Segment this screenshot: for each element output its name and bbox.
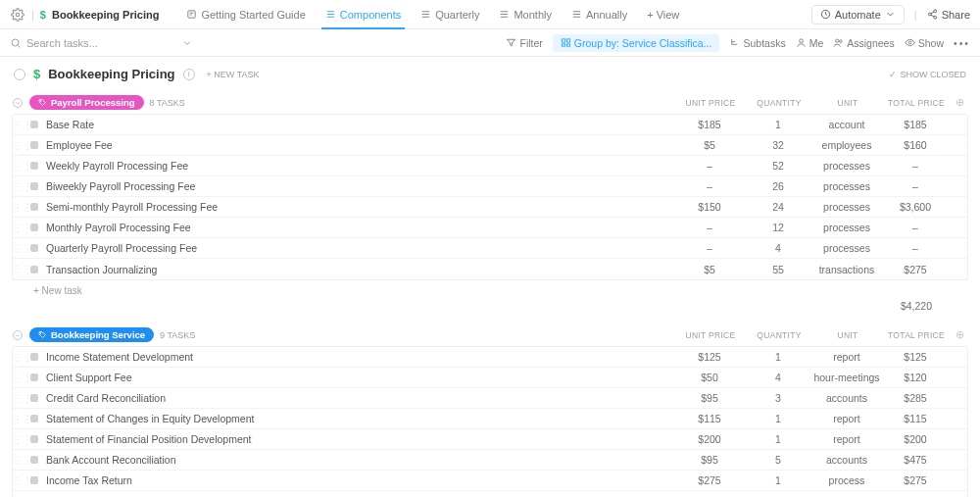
drag-handle-icon[interactable]: ⋮⋮ bbox=[13, 223, 30, 233]
status-square[interactable] bbox=[30, 266, 38, 273]
status-square[interactable] bbox=[30, 162, 38, 170]
total-price-cell[interactable]: – bbox=[881, 222, 950, 233]
new-task-row[interactable]: + New task bbox=[12, 280, 968, 298]
unit-price-cell[interactable]: – bbox=[675, 160, 744, 172]
group-by-button[interactable]: Group by: Service Classifica... bbox=[553, 34, 720, 52]
unit-cell[interactable]: report bbox=[812, 433, 881, 445]
status-square[interactable] bbox=[30, 141, 38, 149]
unit-cell[interactable]: transactions bbox=[812, 264, 881, 275]
breadcrumb[interactable]: Bookkeeping Pricing bbox=[52, 9, 159, 21]
task-row[interactable]: ⋮⋮ Weekly Payroll Processing Fee – 52 pr… bbox=[13, 156, 967, 176]
quantity-cell[interactable]: 52 bbox=[744, 160, 812, 172]
status-square[interactable] bbox=[30, 203, 38, 211]
column-header[interactable]: UNIT bbox=[813, 330, 882, 340]
collapse-all-icon[interactable] bbox=[14, 69, 25, 80]
column-header[interactable]: UNIT PRICE bbox=[676, 330, 745, 340]
drag-handle-icon[interactable]: ⋮⋮ bbox=[13, 455, 30, 466]
drag-handle-icon[interactable]: ⋮⋮ bbox=[13, 181, 30, 192]
total-price-cell[interactable]: $285 bbox=[881, 392, 950, 404]
total-price-cell[interactable]: $185 bbox=[881, 119, 950, 130]
task-row[interactable]: ⋮⋮ Quarterly Payroll Processing Fee – 4 … bbox=[13, 238, 967, 259]
unit-cell[interactable]: processes bbox=[812, 201, 881, 213]
tab-annually[interactable]: Annually bbox=[562, 0, 637, 29]
search-input[interactable]: Search tasks... bbox=[10, 37, 193, 49]
drag-handle-icon[interactable]: ⋮⋮ bbox=[13, 120, 30, 130]
status-square[interactable] bbox=[30, 476, 38, 484]
drag-handle-icon[interactable]: ⋮⋮ bbox=[13, 243, 30, 254]
add-column[interactable]: ⊕ bbox=[951, 96, 968, 109]
task-name[interactable]: Income Tax Return bbox=[46, 474, 675, 486]
unit-price-cell[interactable]: – bbox=[675, 242, 744, 254]
task-name[interactable]: Client Support Fee bbox=[46, 372, 675, 383]
drag-handle-icon[interactable]: ⋮⋮ bbox=[13, 475, 30, 486]
task-name[interactable]: Base Rate bbox=[46, 119, 675, 130]
task-name[interactable]: Employee Fee bbox=[46, 139, 675, 151]
total-price-cell[interactable]: – bbox=[881, 160, 950, 172]
status-square[interactable] bbox=[30, 244, 38, 252]
assignees-button[interactable]: Assignees bbox=[833, 37, 894, 49]
unit-cell[interactable]: processes bbox=[812, 242, 881, 254]
total-price-cell[interactable]: $475 bbox=[881, 454, 950, 466]
unit-price-cell[interactable]: $95 bbox=[675, 454, 744, 466]
quantity-cell[interactable]: 3 bbox=[744, 392, 812, 404]
task-name[interactable]: Semi-monthly Payroll Processing Fee bbox=[46, 201, 675, 213]
unit-price-cell[interactable]: $200 bbox=[675, 433, 744, 445]
unit-cell[interactable]: report bbox=[812, 351, 881, 363]
unit-cell[interactable]: report bbox=[812, 413, 881, 424]
unit-cell[interactable]: process bbox=[812, 474, 881, 486]
task-name[interactable]: Weekly Payroll Processing Fee bbox=[46, 160, 675, 172]
task-row[interactable]: ⋮⋮ Income Tax Return $275 1 process $275 bbox=[13, 471, 967, 491]
status-square[interactable] bbox=[30, 435, 38, 443]
task-name[interactable]: Credit Card Reconciliation bbox=[46, 392, 675, 404]
unit-price-cell[interactable]: $5 bbox=[675, 139, 744, 151]
total-price-cell[interactable]: – bbox=[881, 242, 950, 254]
total-price-cell[interactable]: $275 bbox=[881, 474, 950, 486]
show-button[interactable]: Show bbox=[905, 37, 944, 49]
drag-handle-icon[interactable]: ⋮⋮ bbox=[13, 161, 30, 172]
unit-cell[interactable]: accounts bbox=[812, 392, 881, 404]
task-row[interactable]: ⋮⋮ Statement of Financial Position Devel… bbox=[13, 429, 967, 450]
unit-price-cell[interactable]: $125 bbox=[675, 351, 744, 363]
tab-monthly[interactable]: Monthly bbox=[489, 0, 562, 29]
drag-handle-icon[interactable]: ⋮⋮ bbox=[13, 414, 30, 424]
total-price-cell[interactable]: $3,600 bbox=[881, 201, 950, 213]
task-row[interactable]: ⋮⋮ Base Rate $185 1 account $185 bbox=[13, 115, 967, 135]
filter-button[interactable]: Filter bbox=[506, 37, 542, 49]
unit-cell[interactable]: account bbox=[812, 119, 881, 130]
unit-cell[interactable]: employees bbox=[812, 139, 881, 151]
new-task-button[interactable]: + NEW TASK bbox=[207, 70, 260, 79]
unit-price-cell[interactable]: $95 bbox=[675, 392, 744, 404]
unit-price-cell[interactable]: $275 bbox=[675, 474, 744, 486]
unit-price-cell[interactable]: $50 bbox=[675, 372, 744, 383]
task-name[interactable]: Quarterly Payroll Processing Fee bbox=[46, 242, 675, 254]
drag-handle-icon[interactable]: ⋮⋮ bbox=[13, 140, 30, 151]
quantity-cell[interactable]: 5 bbox=[744, 454, 812, 466]
task-row[interactable]: ⋮⋮ Client Support Fee $50 4 hour-meeting… bbox=[13, 368, 967, 388]
drag-handle-icon[interactable]: ⋮⋮ bbox=[13, 202, 30, 213]
me-button[interactable]: Me bbox=[796, 37, 824, 49]
tab-components[interactable]: Components bbox=[316, 0, 411, 29]
more-options[interactable]: ••• bbox=[954, 37, 970, 49]
automate-button[interactable]: Automate bbox=[811, 5, 905, 25]
task-row[interactable]: ⋮⋮ Bank Account Reconciliation $95 5 acc… bbox=[13, 450, 967, 471]
quantity-cell[interactable]: 4 bbox=[744, 242, 812, 254]
quantity-cell[interactable]: 26 bbox=[744, 180, 812, 192]
task-name[interactable]: Statement of Financial Position Developm… bbox=[46, 433, 675, 445]
drag-handle-icon[interactable]: ⋮⋮ bbox=[13, 393, 30, 404]
task-name[interactable]: Monthly Payroll Processing Fee bbox=[46, 222, 675, 233]
quantity-cell[interactable]: 1 bbox=[744, 119, 812, 130]
unit-cell[interactable]: hour-meetings bbox=[812, 372, 881, 383]
quantity-cell[interactable]: 55 bbox=[744, 264, 812, 275]
share-button[interactable]: Share bbox=[927, 9, 970, 21]
column-header[interactable]: UNIT PRICE bbox=[676, 98, 745, 108]
quantity-cell[interactable]: 1 bbox=[744, 474, 812, 486]
quantity-cell[interactable]: 32 bbox=[744, 139, 812, 151]
add-column[interactable]: ⊕ bbox=[951, 328, 968, 341]
column-header[interactable]: UNIT bbox=[813, 98, 882, 108]
unit-cell[interactable]: processes bbox=[812, 222, 881, 233]
status-square[interactable] bbox=[30, 353, 38, 361]
status-square[interactable] bbox=[30, 182, 38, 190]
info-icon[interactable]: i bbox=[183, 69, 195, 80]
tab-quarterly[interactable]: Quarterly bbox=[411, 0, 489, 29]
task-name[interactable]: Income Statement Development bbox=[46, 351, 675, 363]
